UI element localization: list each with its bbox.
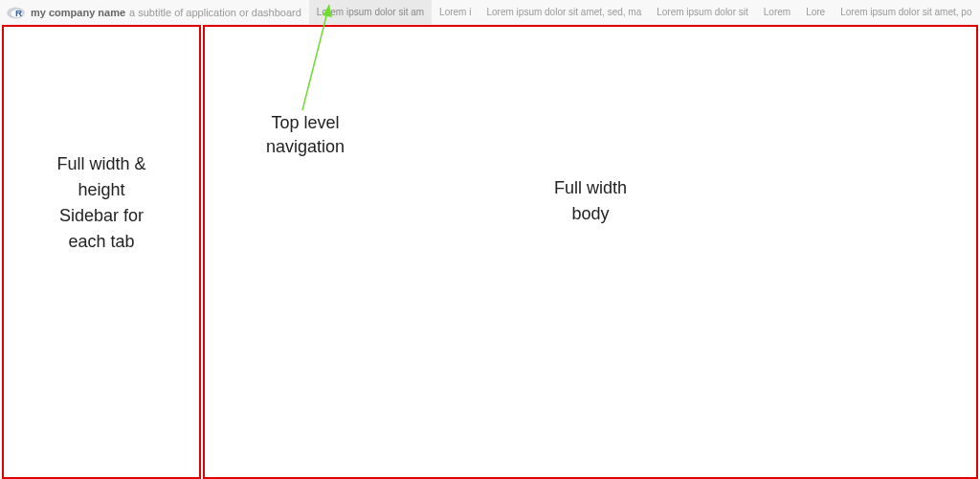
sidebar-annotation-line: height (78, 180, 124, 199)
app-subtitle: a subtitle of application or dashboard (129, 7, 301, 18)
nav-annotation-line: Top level (271, 113, 339, 132)
nav-tab-4[interactable]: Lorem (756, 0, 798, 24)
body-annotation-line: body (571, 204, 609, 223)
body-region: Top level navigation Full width body (203, 25, 978, 479)
nav-tab-1[interactable]: Lorem i (432, 0, 479, 24)
nav-tab-6[interactable]: Lorem ipsum dolor sit amet, po (833, 0, 979, 24)
nav-tabs: Lorem ipsum dolor sit amLorem iLorem ips… (309, 0, 980, 24)
body-annotation: Full width body (205, 175, 976, 227)
sidebar-annotation-line: Sidebar for (59, 206, 144, 225)
brand-block[interactable]: R my company name a subtitle of applicat… (0, 0, 309, 24)
nav-annotation: Top level navigation (234, 111, 377, 159)
nav-tab-2[interactable]: Lorem ipsum dolor sit amet, sed, ma (479, 0, 649, 24)
sidebar-annotation-line: each tab (68, 232, 134, 251)
nav-tab-0[interactable]: Lorem ipsum dolor sit am (309, 0, 432, 24)
nav-tab-3[interactable]: Lorem ipsum dolor sit (649, 0, 756, 24)
svg-text:R: R (15, 8, 22, 18)
body-annotation-line: Full width (554, 178, 627, 197)
sidebar-annotation: Full width & height Sidebar for each tab (4, 151, 199, 255)
company-name: my company name (31, 7, 125, 18)
nav-tab-5[interactable]: Lore (798, 0, 833, 24)
top-navbar: R my company name a subtitle of applicat… (0, 0, 980, 25)
r-logo-icon: R (6, 4, 27, 21)
nav-annotation-line: navigation (266, 137, 345, 156)
layout-area: Full width & height Sidebar for each tab… (0, 25, 980, 479)
sidebar-annotation-line: Full width & (56, 154, 145, 173)
sidebar-region: Full width & height Sidebar for each tab (2, 25, 201, 479)
